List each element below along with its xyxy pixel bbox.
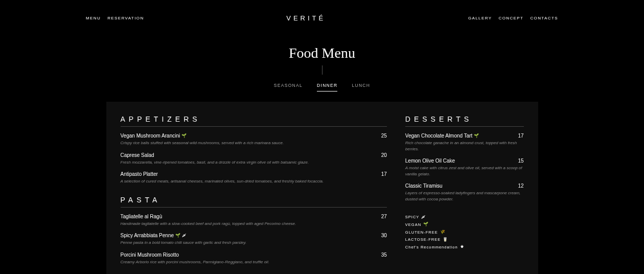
item-name: Lemon Olive Oil Cake	[405, 158, 455, 164]
item-price: 30	[381, 233, 387, 238]
section-pasta-title: PASTA	[121, 196, 387, 208]
item-name: Vegan Mushroom Arancini 🌱	[121, 133, 187, 139]
legend: SPICY 🌶 VEGAN 🌱 GLUTEN-FREE 🌾 LACTOSE-FR…	[405, 214, 524, 251]
item-desc: Penne pasta in a bold tomato chili sauce…	[121, 240, 387, 246]
nav-left: MENU RESERVATION	[86, 16, 144, 20]
menu-item: Classic Tiramisu 12 Layers of espresso-s…	[405, 183, 524, 202]
menu-item: Caprese Salad 20 Fresh mozzarella, vine-…	[121, 152, 387, 166]
section-desserts-title: DESSERTS	[405, 115, 524, 127]
leaf-icon: 🌱	[175, 233, 180, 238]
item-price: 17	[518, 133, 523, 139]
tab-lunch[interactable]: LUNCH	[352, 83, 370, 92]
item-price: 12	[518, 183, 523, 189]
item-name: Tagliatelle al Ragù	[121, 214, 163, 219]
leaf-icon: 🌱	[474, 133, 479, 138]
menu-item: Vegan Chocolate Almond Tart 🌱 17 Rich ch…	[405, 133, 524, 152]
section-appetizers-title: APPETIZERS	[121, 115, 387, 127]
item-name-text: Vegan Mushroom Arancini	[121, 133, 180, 139]
legend-spicy: SPICY 🌶	[405, 214, 524, 221]
menu-item: Spicy Arrabbiata Penne 🌱 🌶 30 Penne past…	[121, 233, 387, 246]
menu-panel: APPETIZERS Vegan Mushroom Arancini 🌱 25 …	[106, 102, 538, 274]
tab-dinner[interactable]: DINNER	[317, 83, 337, 92]
legend-chef: Chef's Recommendation	[405, 244, 524, 251]
menu-item: Antipasto Platter 17 A selection of cure…	[121, 171, 387, 185]
item-price: 17	[381, 171, 387, 177]
item-price: 25	[381, 133, 387, 139]
item-price: 20	[381, 152, 387, 158]
chili-icon: 🌶	[182, 233, 186, 238]
item-price: 15	[518, 158, 523, 164]
item-name-text: Spicy Arrabbiata Penne	[121, 233, 174, 238]
legend-label: Chef's Recommendation	[405, 244, 458, 251]
legend-glutenfree: GLUTEN-FREE 🌾	[405, 229, 524, 236]
legend-label: GLUTEN-FREE	[405, 229, 438, 236]
item-name: Vegan Chocolate Almond Tart 🌱	[405, 133, 479, 139]
legend-label: VEGAN	[405, 221, 421, 229]
legend-label: LACTOSE-FREE	[405, 236, 441, 243]
menu-item: Tagliatelle al Ragù 27 Handmade tagliate…	[121, 214, 387, 227]
top-nav: MENU RESERVATION VERITÉ GALLERY CONCEPT …	[0, 0, 644, 36]
milk-icon: 🥛	[443, 236, 448, 244]
page-title: Food Menu	[0, 45, 644, 61]
item-name: Spicy Arrabbiata Penne 🌱 🌶	[121, 233, 187, 238]
star-icon	[460, 244, 464, 251]
item-desc: Creamy Arborio rice with porcini mushroo…	[121, 259, 387, 265]
nav-menu-link[interactable]: MENU	[86, 16, 101, 20]
item-desc: A moist cake with citrus zest and olive …	[405, 165, 524, 177]
menu-item: Porcini Mushroom Risotto 35 Creamy Arbor…	[121, 252, 387, 265]
item-desc: Fresh mozzarella, vine-ripened tomatoes,…	[121, 159, 387, 166]
nav-contacts-link[interactable]: CONTACTS	[530, 16, 558, 20]
legend-lactosefree: LACTOSE-FREE 🥛	[405, 236, 524, 244]
item-desc: Crispy rice balls stuffed with seasonal …	[121, 140, 387, 146]
nav-concept-link[interactable]: CONCEPT	[498, 16, 523, 20]
item-desc: Rich chocolate ganache in an almond crus…	[405, 140, 524, 152]
item-name: Porcini Mushroom Risotto	[121, 252, 179, 258]
legend-vegan: VEGAN 🌱	[405, 221, 524, 229]
item-desc: Layers of espresso-soaked ladyfingers an…	[405, 190, 524, 202]
menu-item: Lemon Olive Oil Cake 15 A moist cake wit…	[405, 158, 524, 177]
wheat-icon: 🌾	[440, 229, 446, 236]
legend-label: SPICY	[405, 214, 420, 221]
tab-seasonal[interactable]: SEASONAL	[274, 83, 303, 92]
nav-gallery-link[interactable]: GALLERY	[468, 16, 492, 20]
item-price: 27	[381, 214, 387, 219]
menu-tabs: SEASONAL DINNER LUNCH	[0, 83, 644, 92]
item-name: Classic Tiramisu	[405, 183, 443, 189]
menu-item: Vegan Mushroom Arancini 🌱 25 Crispy rice…	[121, 133, 387, 146]
nav-right: GALLERY CONCEPT CONTACTS	[468, 16, 558, 20]
leaf-icon: 🌱	[423, 221, 429, 229]
menu-col-right: DESSERTS Vegan Chocolate Almond Tart 🌱 1…	[405, 115, 524, 274]
chili-icon: 🌶	[421, 214, 426, 221]
item-desc: Handmade tagliatelle with a slow-cooked …	[121, 221, 387, 227]
site-logo[interactable]: VERITÉ	[286, 14, 326, 22]
nav-reservation-link[interactable]: RESERVATION	[107, 16, 144, 20]
item-name: Caprese Salad	[121, 152, 154, 158]
item-name: Antipasto Platter	[121, 171, 158, 177]
menu-col-left: APPETIZERS Vegan Mushroom Arancini 🌱 25 …	[121, 115, 387, 274]
leaf-icon: 🌱	[181, 133, 187, 138]
item-name-text: Vegan Chocolate Almond Tart	[405, 133, 473, 139]
title-divider	[322, 65, 323, 75]
item-price: 35	[381, 252, 387, 258]
item-desc: A selection of cured meats, artisanal ch…	[121, 178, 387, 185]
